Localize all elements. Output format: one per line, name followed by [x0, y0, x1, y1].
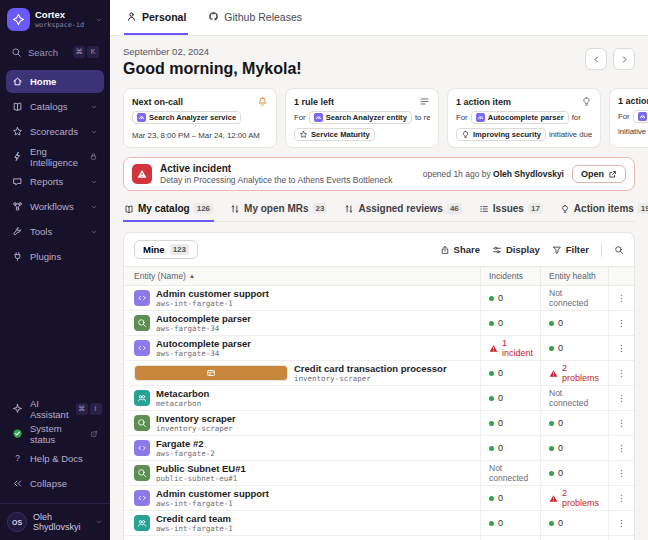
- entity-chip[interactable]: Search Analyzer entity: [309, 111, 412, 124]
- entity-mini-icon: [638, 112, 647, 121]
- check-circle-icon: [12, 428, 23, 439]
- bolt-icon: [12, 151, 23, 162]
- entity-chip[interactable]: Search Analyzer service: [132, 111, 241, 124]
- row-menu-button[interactable]: [608, 386, 634, 410]
- code-entity-icon: [134, 340, 150, 356]
- display-button[interactable]: Display: [492, 244, 540, 255]
- row-menu-button[interactable]: [608, 311, 634, 335]
- code-entity-icon: [134, 290, 150, 306]
- sidebar-item-system-status[interactable]: System status: [6, 422, 104, 445]
- alert-triangle-icon: [549, 494, 558, 503]
- search-shortcut: ⌘K: [73, 46, 99, 58]
- share-icon: [440, 245, 450, 255]
- sidebar-search[interactable]: Search ⌘K: [6, 42, 104, 62]
- sidebar-item-collapse[interactable]: Collapse: [6, 472, 104, 495]
- share-button[interactable]: Share: [440, 244, 480, 255]
- table-row[interactable]: Autocomplete parser aws-fargate-34 1 inc…: [124, 336, 634, 361]
- action-item-card[interactable]: 1 action item For Autocomplete parser fo…: [447, 88, 601, 148]
- tab-personal[interactable]: Personal: [124, 0, 188, 35]
- row-menu-button[interactable]: [608, 536, 634, 540]
- table-row[interactable]: Inventory scraper inventory-scraper 0 0: [124, 411, 634, 436]
- row-menu-button[interactable]: [608, 411, 634, 435]
- sidebar-item-tools[interactable]: Tools: [6, 220, 104, 243]
- search-label: Search: [28, 47, 58, 58]
- prev-button[interactable]: [585, 48, 607, 70]
- next-oncall-card[interactable]: Next on-call Search Analyzer service Mar…: [123, 88, 277, 148]
- plug-icon: [12, 251, 23, 262]
- sidebar-item-reports[interactable]: Reports: [6, 170, 104, 193]
- sidebar-item-ai-assistant[interactable]: AI Assistant ⌘I: [6, 397, 104, 420]
- tab-my-catalog[interactable]: My catalog 126: [123, 201, 214, 221]
- row-menu-button[interactable]: [608, 286, 634, 310]
- entity-name: Metacarbon: [156, 388, 209, 399]
- mine-filter-button[interactable]: Mine 123: [134, 240, 198, 259]
- workspace-switcher[interactable]: Cortex workspace-id: [0, 0, 110, 38]
- sidebar-item-catalogs[interactable]: Catalogs: [6, 95, 104, 118]
- count-badge: 17: [528, 203, 543, 214]
- sidebar-item-home[interactable]: Home: [6, 70, 104, 93]
- table-row[interactable]: Autocomplete parser aws-fargate-34 0 0: [124, 311, 634, 336]
- entity-chip[interactable]: New e: [633, 110, 648, 123]
- table-row[interactable]: Metacarbon metacarbon 0 Not connected: [124, 386, 634, 411]
- catalog-table: Mine 123 Share Display Filter Entity (Na…: [123, 232, 635, 540]
- sidebar-item-eng-intelligence[interactable]: Eng Intelligence: [6, 145, 104, 168]
- person-icon: [126, 11, 137, 22]
- table-row[interactable]: Admin customer support aws-int-fargate-1…: [124, 286, 634, 311]
- home-icon: [12, 76, 23, 87]
- entity-chip[interactable]: Autocomplete parser: [471, 111, 569, 124]
- star-icon: [299, 130, 308, 139]
- user-menu[interactable]: OS Oleh Shydlovskyi: [0, 503, 110, 540]
- entity-slug: aws-int-fargate-1: [156, 299, 269, 308]
- incidents-cell: 0: [480, 486, 540, 510]
- card-entity-icon: [134, 365, 288, 381]
- table-row[interactable]: Credit card transaction processor invent…: [124, 361, 634, 386]
- tab-my-open-mrs[interactable]: My open MRs 23: [229, 201, 328, 221]
- filter-button[interactable]: Filter: [552, 244, 589, 255]
- row-menu-button[interactable]: [608, 361, 634, 385]
- page-title: Good morning, Mykola!: [123, 60, 635, 78]
- column-entity[interactable]: Entity (Name)▲: [124, 267, 480, 285]
- row-menu-button[interactable]: [608, 511, 634, 535]
- table-row[interactable]: Admin customer support aws-int-fargate-1…: [124, 486, 634, 511]
- row-menu-button[interactable]: [608, 486, 634, 510]
- scorecard-chip[interactable]: Service Maturity: [294, 128, 375, 141]
- tab-github-releases[interactable]: Github Releases: [206, 0, 304, 35]
- sidebar-item-scorecards[interactable]: Scorecards: [6, 120, 104, 143]
- row-menu-button[interactable]: [608, 436, 634, 460]
- cortex-logo-icon: [7, 8, 30, 31]
- table-search-button[interactable]: [614, 245, 624, 255]
- tab-assigned-reviews[interactable]: Assigned reviews 46: [343, 201, 462, 221]
- entity-slug: inventory-scraper: [156, 424, 236, 433]
- incidents-cell: 1 incident: [480, 336, 540, 360]
- table-row[interactable]: Fargate #2 aws-fargate-2 0 0: [124, 436, 634, 461]
- initiative-chip[interactable]: Improving security: [456, 128, 546, 141]
- kebab-icon: [616, 393, 627, 404]
- tab-action-items[interactable]: Action items 19: [559, 201, 648, 221]
- row-menu-button[interactable]: [608, 336, 634, 360]
- tab-issues[interactable]: Issues 17: [478, 201, 544, 221]
- workspace-name: Cortex: [35, 10, 84, 20]
- catalog-tabs: My catalog 126 My open MRs 23 Assigned r…: [123, 201, 635, 222]
- kebab-icon: [616, 368, 627, 379]
- green-status-dot: [489, 371, 494, 376]
- card-title: 1 action item: [618, 96, 648, 106]
- row-menu-button[interactable]: [608, 461, 634, 485]
- sparkle-icon: [12, 403, 23, 414]
- open-incident-button[interactable]: Open: [572, 165, 626, 183]
- table-row[interactable]: Autocomplete parser aws-int-fargate-1 1 …: [124, 536, 634, 540]
- external-link-icon: [90, 430, 98, 438]
- action-item-card-2[interactable]: 1 action item For New e initiative due b: [609, 88, 648, 148]
- sidebar-item-help-docs[interactable]: ? Help & Docs: [6, 447, 104, 470]
- chevron-left-icon: [592, 55, 601, 64]
- column-health: Entity health: [540, 267, 608, 285]
- incident-title: Active incident: [160, 163, 392, 174]
- next-button[interactable]: [613, 48, 635, 70]
- table-row[interactable]: Credit card team aws-int-fargate-1 0 0: [124, 511, 634, 536]
- rule-card[interactable]: 1 rule left For Search Analyzer entity t…: [285, 88, 439, 148]
- sidebar-item-workflows[interactable]: Workflows: [6, 195, 104, 218]
- table-row[interactable]: Public Subnet EU#1 public-subnet-eu#1 No…: [124, 461, 634, 486]
- keycap: I: [90, 403, 102, 415]
- alert-triangle-icon: [549, 369, 558, 378]
- active-incident-banner[interactable]: Active incident Detay in Processing Anal…: [123, 157, 635, 191]
- sidebar-item-plugins[interactable]: Plugins: [6, 245, 104, 268]
